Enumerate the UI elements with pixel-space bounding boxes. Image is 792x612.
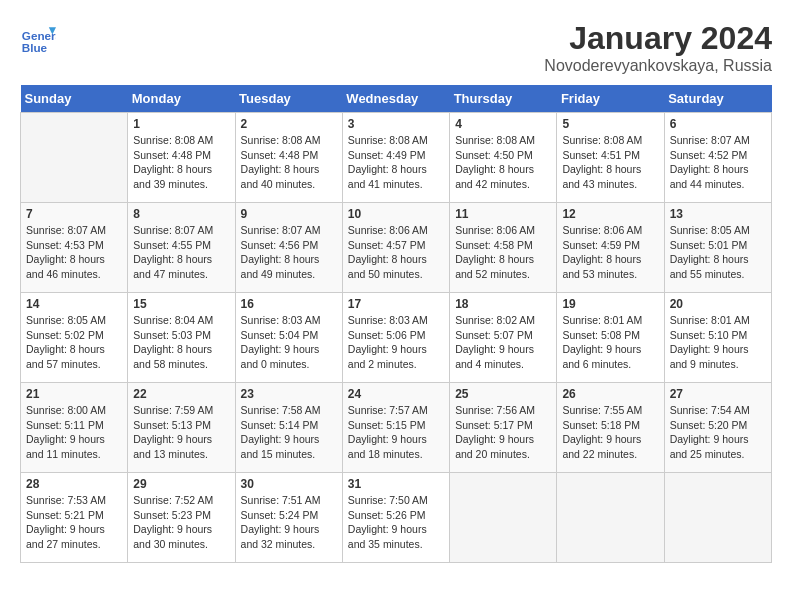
day-number: 27 <box>670 387 766 401</box>
sunset-text: Sunset: 4:53 PM <box>26 239 104 251</box>
sunset-text: Sunset: 5:23 PM <box>133 509 211 521</box>
daylight-text: Daylight: 8 hours and 55 minutes. <box>670 253 749 280</box>
day-info: Sunrise: 8:06 AM Sunset: 4:57 PM Dayligh… <box>348 223 444 282</box>
calendar-cell <box>557 473 664 563</box>
calendar-cell: 26 Sunrise: 7:55 AM Sunset: 5:18 PM Dayl… <box>557 383 664 473</box>
daylight-text: Daylight: 9 hours and 11 minutes. <box>26 433 105 460</box>
sunrise-text: Sunrise: 7:54 AM <box>670 404 750 416</box>
day-number: 7 <box>26 207 122 221</box>
day-number: 3 <box>348 117 444 131</box>
calendar-cell: 12 Sunrise: 8:06 AM Sunset: 4:59 PM Dayl… <box>557 203 664 293</box>
day-number: 5 <box>562 117 658 131</box>
day-info: Sunrise: 7:59 AM Sunset: 5:13 PM Dayligh… <box>133 403 229 462</box>
sunrise-text: Sunrise: 8:04 AM <box>133 314 213 326</box>
day-info: Sunrise: 8:02 AM Sunset: 5:07 PM Dayligh… <box>455 313 551 372</box>
sunset-text: Sunset: 5:24 PM <box>241 509 319 521</box>
calendar-cell: 13 Sunrise: 8:05 AM Sunset: 5:01 PM Dayl… <box>664 203 771 293</box>
calendar-cell: 19 Sunrise: 8:01 AM Sunset: 5:08 PM Dayl… <box>557 293 664 383</box>
day-info: Sunrise: 7:52 AM Sunset: 5:23 PM Dayligh… <box>133 493 229 552</box>
sunset-text: Sunset: 4:49 PM <box>348 149 426 161</box>
sunset-text: Sunset: 5:08 PM <box>562 329 640 341</box>
day-number: 1 <box>133 117 229 131</box>
calendar-cell: 31 Sunrise: 7:50 AM Sunset: 5:26 PM Dayl… <box>342 473 449 563</box>
calendar-cell: 6 Sunrise: 8:07 AM Sunset: 4:52 PM Dayli… <box>664 113 771 203</box>
sunrise-text: Sunrise: 7:58 AM <box>241 404 321 416</box>
sunrise-text: Sunrise: 8:06 AM <box>562 224 642 236</box>
sunset-text: Sunset: 4:56 PM <box>241 239 319 251</box>
calendar-cell: 20 Sunrise: 8:01 AM Sunset: 5:10 PM Dayl… <box>664 293 771 383</box>
calendar-cell: 8 Sunrise: 8:07 AM Sunset: 4:55 PM Dayli… <box>128 203 235 293</box>
daylight-text: Daylight: 9 hours and 30 minutes. <box>133 523 212 550</box>
calendar-cell <box>21 113 128 203</box>
svg-text:Blue: Blue <box>22 41 48 54</box>
sunrise-text: Sunrise: 7:51 AM <box>241 494 321 506</box>
day-info: Sunrise: 8:05 AM Sunset: 5:02 PM Dayligh… <box>26 313 122 372</box>
sunrise-text: Sunrise: 8:07 AM <box>670 134 750 146</box>
sunrise-text: Sunrise: 7:55 AM <box>562 404 642 416</box>
day-info: Sunrise: 7:58 AM Sunset: 5:14 PM Dayligh… <box>241 403 337 462</box>
daylight-text: Daylight: 9 hours and 18 minutes. <box>348 433 427 460</box>
sunset-text: Sunset: 5:18 PM <box>562 419 640 431</box>
calendar-subtitle: Novoderevyankovskaya, Russia <box>544 57 772 75</box>
calendar-week-row: 7 Sunrise: 8:07 AM Sunset: 4:53 PM Dayli… <box>21 203 772 293</box>
day-number: 30 <box>241 477 337 491</box>
sunrise-text: Sunrise: 8:08 AM <box>455 134 535 146</box>
daylight-text: Daylight: 8 hours and 52 minutes. <box>455 253 534 280</box>
calendar-cell: 17 Sunrise: 8:03 AM Sunset: 5:06 PM Dayl… <box>342 293 449 383</box>
day-info: Sunrise: 8:07 AM Sunset: 4:52 PM Dayligh… <box>670 133 766 192</box>
calendar-cell: 3 Sunrise: 8:08 AM Sunset: 4:49 PM Dayli… <box>342 113 449 203</box>
daylight-text: Daylight: 8 hours and 40 minutes. <box>241 163 320 190</box>
day-number: 17 <box>348 297 444 311</box>
day-info: Sunrise: 7:57 AM Sunset: 5:15 PM Dayligh… <box>348 403 444 462</box>
day-info: Sunrise: 8:08 AM Sunset: 4:50 PM Dayligh… <box>455 133 551 192</box>
sunrise-text: Sunrise: 8:01 AM <box>670 314 750 326</box>
col-sunday: Sunday <box>21 85 128 113</box>
day-info: Sunrise: 8:00 AM Sunset: 5:11 PM Dayligh… <box>26 403 122 462</box>
sunrise-text: Sunrise: 8:03 AM <box>348 314 428 326</box>
day-info: Sunrise: 7:53 AM Sunset: 5:21 PM Dayligh… <box>26 493 122 552</box>
logo: General Blue <box>20 20 56 56</box>
title-block: January 2024 Novoderevyankovskaya, Russi… <box>544 20 772 75</box>
day-number: 2 <box>241 117 337 131</box>
sunset-text: Sunset: 4:59 PM <box>562 239 640 251</box>
daylight-text: Daylight: 8 hours and 46 minutes. <box>26 253 105 280</box>
calendar-week-row: 14 Sunrise: 8:05 AM Sunset: 5:02 PM Dayl… <box>21 293 772 383</box>
day-info: Sunrise: 8:01 AM Sunset: 5:08 PM Dayligh… <box>562 313 658 372</box>
calendar-title: January 2024 <box>544 20 772 57</box>
sunset-text: Sunset: 5:21 PM <box>26 509 104 521</box>
sunset-text: Sunset: 4:52 PM <box>670 149 748 161</box>
sunset-text: Sunset: 4:55 PM <box>133 239 211 251</box>
day-info: Sunrise: 8:03 AM Sunset: 5:06 PM Dayligh… <box>348 313 444 372</box>
daylight-text: Daylight: 8 hours and 41 minutes. <box>348 163 427 190</box>
daylight-text: Daylight: 9 hours and 27 minutes. <box>26 523 105 550</box>
sunrise-text: Sunrise: 7:50 AM <box>348 494 428 506</box>
page-header: General Blue January 2024 Novoderevyanko… <box>20 20 772 75</box>
calendar-cell: 29 Sunrise: 7:52 AM Sunset: 5:23 PM Dayl… <box>128 473 235 563</box>
day-info: Sunrise: 7:50 AM Sunset: 5:26 PM Dayligh… <box>348 493 444 552</box>
calendar-cell: 18 Sunrise: 8:02 AM Sunset: 5:07 PM Dayl… <box>450 293 557 383</box>
col-friday: Friday <box>557 85 664 113</box>
day-number: 18 <box>455 297 551 311</box>
sunset-text: Sunset: 5:02 PM <box>26 329 104 341</box>
day-info: Sunrise: 7:54 AM Sunset: 5:20 PM Dayligh… <box>670 403 766 462</box>
sunrise-text: Sunrise: 8:06 AM <box>348 224 428 236</box>
sunrise-text: Sunrise: 8:02 AM <box>455 314 535 326</box>
sunrise-text: Sunrise: 8:08 AM <box>241 134 321 146</box>
sunset-text: Sunset: 5:10 PM <box>670 329 748 341</box>
day-info: Sunrise: 8:08 AM Sunset: 4:51 PM Dayligh… <box>562 133 658 192</box>
calendar-cell: 4 Sunrise: 8:08 AM Sunset: 4:50 PM Dayli… <box>450 113 557 203</box>
calendar-cell: 5 Sunrise: 8:08 AM Sunset: 4:51 PM Dayli… <box>557 113 664 203</box>
day-info: Sunrise: 8:08 AM Sunset: 4:48 PM Dayligh… <box>133 133 229 192</box>
sunset-text: Sunset: 5:11 PM <box>26 419 104 431</box>
daylight-text: Daylight: 9 hours and 4 minutes. <box>455 343 534 370</box>
sunrise-text: Sunrise: 8:06 AM <box>455 224 535 236</box>
day-info: Sunrise: 8:08 AM Sunset: 4:48 PM Dayligh… <box>241 133 337 192</box>
calendar-cell: 23 Sunrise: 7:58 AM Sunset: 5:14 PM Dayl… <box>235 383 342 473</box>
day-info: Sunrise: 8:07 AM Sunset: 4:53 PM Dayligh… <box>26 223 122 282</box>
day-info: Sunrise: 8:01 AM Sunset: 5:10 PM Dayligh… <box>670 313 766 372</box>
day-info: Sunrise: 8:07 AM Sunset: 4:56 PM Dayligh… <box>241 223 337 282</box>
calendar-cell: 28 Sunrise: 7:53 AM Sunset: 5:21 PM Dayl… <box>21 473 128 563</box>
day-number: 9 <box>241 207 337 221</box>
calendar-cell: 27 Sunrise: 7:54 AM Sunset: 5:20 PM Dayl… <box>664 383 771 473</box>
sunrise-text: Sunrise: 7:53 AM <box>26 494 106 506</box>
